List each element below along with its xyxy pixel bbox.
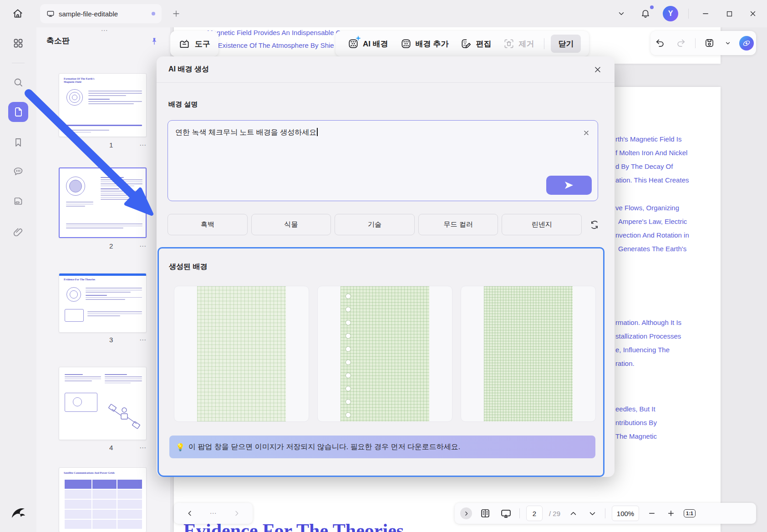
monitor-icon [46,10,55,18]
notice-text: 이 팝업 창을 닫으면 이미지가 저장되지 않습니다. 필요한 경우 먼저 다운… [188,442,460,452]
previous-page-button[interactable] [567,507,579,520]
edit-background-button[interactable]: 편집 [457,38,495,50]
thumbnail-menu-button[interactable]: ⋯ [139,141,147,149]
zoom-level[interactable]: 100% [612,506,639,521]
nav-more-button[interactable]: ⋯ [209,509,217,517]
preset-bw-button[interactable]: 흑백 [168,214,248,235]
book-icon [480,508,491,519]
title-bar: sample-file-editable Y [0,0,767,27]
redo-button[interactable] [674,36,688,50]
zoom-out-button[interactable] [645,507,658,520]
doc-text-line: ve Flows, Organizing [615,204,679,212]
view-toolbar: 2 / 29 100% 1:1 [455,503,756,524]
doc-text-line: ntributions By [615,419,657,426]
generated-preview-2[interactable] [317,286,452,422]
close-window-button[interactable] [746,7,760,20]
thumbnail-menu-button[interactable]: ⋯ [139,242,147,250]
preset-plant-button[interactable]: 식물 [251,214,331,235]
undo-icon [655,38,665,48]
avatar[interactable]: Y [663,6,678,21]
pages-button[interactable] [8,191,28,211]
next-page-button[interactable] [586,507,599,520]
back-button[interactable] [183,507,196,520]
page-total: / 29 [549,510,560,517]
undo-button[interactable] [653,36,667,50]
apps-grid-button[interactable] [8,33,28,53]
remove-background-button[interactable]: 제거 [499,38,538,50]
thumbnail-page-2[interactable] [59,167,147,238]
notification-dot [650,5,654,9]
ai-assistant-button[interactable] [739,36,754,51]
actual-size-button[interactable]: 1:1 [684,509,696,517]
minimize-button[interactable] [699,7,712,20]
doc-text-line: f Molten Iron And Nickel [615,149,687,157]
paperclip-icon [13,227,24,238]
thumbnail-page-5[interactable]: Satellite Communications And Power Grids [59,467,147,532]
divider [12,63,25,63]
green-grid-paper [340,286,429,421]
doc-text-line: nvection And Rotation in [615,231,689,239]
doc-text-line: Ampere's Law, Electric [618,218,687,225]
preset-tech-button[interactable]: 기술 [335,214,415,235]
page-number-input[interactable]: 2 [526,506,543,521]
thumbnail-menu-button[interactable]: ⋯ [139,444,147,452]
refresh-icon [589,220,599,230]
thumbnail-page-4[interactable] [59,367,147,440]
chevron-down-icon [725,40,731,46]
save-button[interactable] [703,36,716,50]
comments-button[interactable] [8,162,28,182]
maximize-button[interactable] [722,7,736,20]
bookmarks-button[interactable] [8,132,28,152]
thumbnail-menu-button[interactable]: ⋯ [139,336,147,344]
unsaved-dot [152,12,155,15]
search-button[interactable] [8,72,28,92]
doc-text-line: stallization Processes [615,332,681,340]
doc-text-line: d By The Decay Of [615,162,673,170]
tools-button[interactable]: 도구 [170,31,218,56]
thumbnail-panel: ⋯ 축소판 Formation Of The Earth's Magnetic … [36,27,171,532]
divider [688,9,689,19]
thumbnail-page-1[interactable]: Formation Of The Earth's Magnetic Field [59,73,147,137]
divider [519,508,520,518]
preset-linen-button[interactable]: 린넨지 [502,214,582,235]
clear-input-button[interactable] [580,127,592,139]
satellite-sketch [108,403,140,432]
zoom-in-button[interactable] [665,507,677,520]
reading-mode-button[interactable] [478,507,492,520]
attachments-button[interactable] [8,222,28,242]
close-tool-button[interactable]: 닫기 [551,35,581,53]
ai-background-button[interactable]: AI 배경 [344,38,392,50]
thumbnail-number: 2 [109,242,113,250]
generate-button[interactable] [546,176,592,195]
preset-mood-button[interactable]: 무드 컬러 [418,214,498,235]
thumbnail-panel-button[interactable] [8,102,28,122]
chevron-down-icon [617,10,625,18]
expand-panel-button[interactable] [460,507,472,519]
presentation-mode-button[interactable] [498,506,513,521]
chevron-up-icon [569,510,577,517]
close-tool-label: 닫기 [558,39,574,49]
doc-text-line: ration. [615,360,635,367]
document-icon [13,106,24,117]
collapse-toolbar-button[interactable] [615,7,628,20]
page-nav-toolbar: ⋯ [174,503,253,524]
prompt-input[interactable]: 연한 녹색 체크무늬 노트 배경을 생성하세요 [168,120,598,201]
generated-preview-3[interactable] [461,286,596,422]
add-background-button[interactable]: 배경 추가 [396,38,452,50]
save-options-button[interactable] [724,36,732,50]
refresh-presets-button[interactable] [585,214,604,235]
pin-icon [150,37,159,46]
home-button[interactable] [8,6,27,21]
document-tab[interactable]: sample-file-editable [40,4,162,23]
green-grid-paper [197,286,286,421]
pin-panel-button[interactable] [147,35,161,48]
forward-button[interactable] [230,507,243,520]
tab-title: sample-file-editable [59,10,147,18]
new-tab-button[interactable] [169,7,183,20]
notifications-button[interactable] [638,6,653,21]
quick-actions-toolbar [650,31,756,55]
generated-preview-1[interactable] [174,286,309,422]
thumbnail-page-3[interactable]: Evidence For The Theories [59,273,147,333]
dialog-close-button[interactable] [590,62,605,77]
panel-drag-handle[interactable]: ⋯ [96,26,114,35]
